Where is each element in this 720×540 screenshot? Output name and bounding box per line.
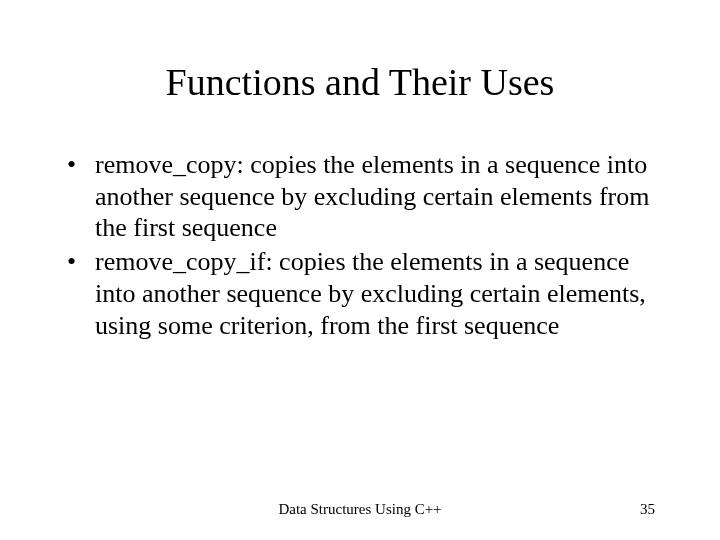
list-item: remove_copy: copies the elements in a se… <box>65 149 655 244</box>
footer-text: Data Structures Using C++ <box>278 501 441 518</box>
page-number: 35 <box>640 501 655 518</box>
bullet-list: remove_copy: copies the elements in a se… <box>65 149 655 341</box>
slide-title: Functions and Their Uses <box>65 60 655 104</box>
list-item: remove_copy_if: copies the elements in a… <box>65 246 655 341</box>
slide-content: remove_copy: copies the elements in a se… <box>65 149 655 500</box>
slide-footer: Data Structures Using C++ 35 <box>0 501 720 518</box>
slide-container: Functions and Their Uses remove_copy: co… <box>0 0 720 540</box>
